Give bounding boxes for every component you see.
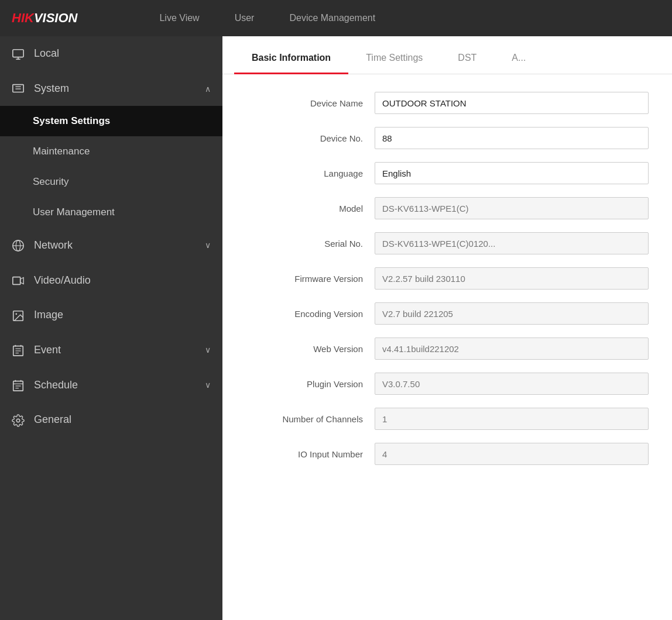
- event-icon: [12, 343, 25, 357]
- main-layout: Local System ∧ System Settings Maintenan…: [0, 36, 672, 620]
- form-row-io-input-number: IO Input Number: [246, 443, 649, 465]
- logo: HIKVISION: [12, 11, 77, 26]
- plugin-version-label: Plugin Version: [246, 379, 375, 389]
- sidebar-item-video-audio-label: Video/Audio: [34, 274, 211, 287]
- device-name-input[interactable]: [375, 92, 649, 114]
- sidebar-item-video-audio[interactable]: Video/Audio: [0, 263, 222, 298]
- form-area: Device Name Device No. Language Model Se…: [222, 74, 672, 620]
- form-row-device-no: Device No.: [246, 127, 649, 149]
- device-no-input[interactable]: [375, 127, 649, 149]
- io-input-number-label: IO Input Number: [246, 449, 375, 459]
- video-icon: [12, 273, 25, 287]
- network-chevron-down-icon: ∨: [205, 240, 211, 250]
- content-area: Basic Information Time Settings DST A...…: [222, 36, 672, 620]
- schedule-chevron-down-icon: ∨: [205, 380, 211, 390]
- sidebar-item-system[interactable]: System ∧: [0, 71, 222, 106]
- logo-hik: HIK: [12, 11, 34, 26]
- svg-rect-9: [13, 277, 20, 284]
- svg-rect-3: [13, 85, 23, 92]
- svg-point-12: [15, 313, 17, 315]
- form-row-device-name: Device Name: [246, 92, 649, 114]
- form-row-language: Language: [246, 162, 649, 184]
- sidebar-subitem-maintenance[interactable]: Maintenance: [0, 136, 222, 167]
- tab-dst[interactable]: DST: [440, 43, 494, 74]
- schedule-icon: [12, 378, 25, 392]
- network-icon: [12, 238, 25, 252]
- general-icon: [12, 413, 25, 427]
- sidebar-item-general[interactable]: General: [0, 402, 222, 438]
- form-row-model: Model: [246, 197, 649, 219]
- device-no-label: Device No.: [246, 133, 375, 143]
- form-row-number-of-channels: Number of Channels: [246, 408, 649, 430]
- event-chevron-down-icon: ∨: [205, 345, 211, 354]
- sidebar-subitem-security[interactable]: Security: [0, 167, 222, 197]
- sidebar-item-schedule-label: Schedule: [34, 379, 205, 391]
- language-input[interactable]: [375, 162, 649, 184]
- sidebar-item-local-label: Local: [34, 47, 211, 60]
- form-row-web-version: Web Version: [246, 337, 649, 360]
- sidebar-subitem-system-settings[interactable]: System Settings: [0, 106, 222, 136]
- serial-no-input: [375, 232, 649, 254]
- sidebar: Local System ∧ System Settings Maintenan…: [0, 36, 222, 620]
- sidebar-item-event-label: Event: [34, 344, 205, 356]
- svg-rect-0: [13, 49, 23, 57]
- encoding-version-input: [375, 302, 649, 325]
- sidebar-subitem-user-management[interactable]: User Management: [0, 197, 222, 228]
- form-row-serial-no: Serial No.: [246, 232, 649, 254]
- tab-about[interactable]: A...: [494, 43, 543, 74]
- io-input-number-input: [375, 443, 649, 465]
- logo-vision: VISION: [34, 11, 78, 26]
- sidebar-item-local[interactable]: Local: [0, 36, 222, 71]
- device-name-label: Device Name: [246, 98, 375, 108]
- image-icon: [12, 308, 25, 322]
- svg-marker-10: [20, 277, 23, 284]
- nav-live-view[interactable]: Live View: [159, 13, 199, 23]
- sidebar-item-image-label: Image: [34, 309, 211, 321]
- form-row-encoding-version: Encoding Version: [246, 302, 649, 325]
- nav-links: Live View User Device Management: [159, 13, 375, 23]
- number-of-channels-input: [375, 408, 649, 430]
- nav-user[interactable]: User: [235, 13, 255, 23]
- svg-point-25: [16, 419, 20, 422]
- sidebar-item-system-label: System: [34, 82, 205, 95]
- system-chevron-up-icon: ∧: [205, 84, 211, 94]
- header: HIKVISION Live View User Device Manageme…: [0, 0, 672, 36]
- web-version-input: [375, 337, 649, 360]
- sidebar-item-network[interactable]: Network ∨: [0, 228, 222, 263]
- sidebar-item-general-label: General: [34, 414, 211, 426]
- sidebar-item-image[interactable]: Image: [0, 298, 222, 333]
- tab-basic-information[interactable]: Basic Information: [234, 43, 348, 74]
- form-row-firmware-version: Firmware Version: [246, 267, 649, 290]
- tab-time-settings[interactable]: Time Settings: [348, 43, 440, 74]
- plugin-version-input: [375, 373, 649, 395]
- model-input: [375, 197, 649, 219]
- sidebar-item-event[interactable]: Event ∨: [0, 333, 222, 368]
- firmware-version-input: [375, 267, 649, 290]
- model-label: Model: [246, 204, 375, 213]
- monitor-icon: [12, 47, 25, 61]
- language-label: Language: [246, 168, 375, 178]
- tabs: Basic Information Time Settings DST A...: [222, 36, 672, 74]
- web-version-label: Web Version: [246, 344, 375, 354]
- system-icon: [12, 82, 25, 96]
- sidebar-item-schedule[interactable]: Schedule ∨: [0, 367, 222, 402]
- nav-device-management[interactable]: Device Management: [289, 13, 375, 23]
- firmware-version-label: Firmware Version: [246, 274, 375, 284]
- form-row-plugin-version: Plugin Version: [246, 373, 649, 395]
- serial-no-label: Serial No.: [246, 239, 375, 249]
- number-of-channels-label: Number of Channels: [246, 414, 375, 424]
- sidebar-item-network-label: Network: [34, 239, 205, 252]
- encoding-version-label: Encoding Version: [246, 309, 375, 319]
